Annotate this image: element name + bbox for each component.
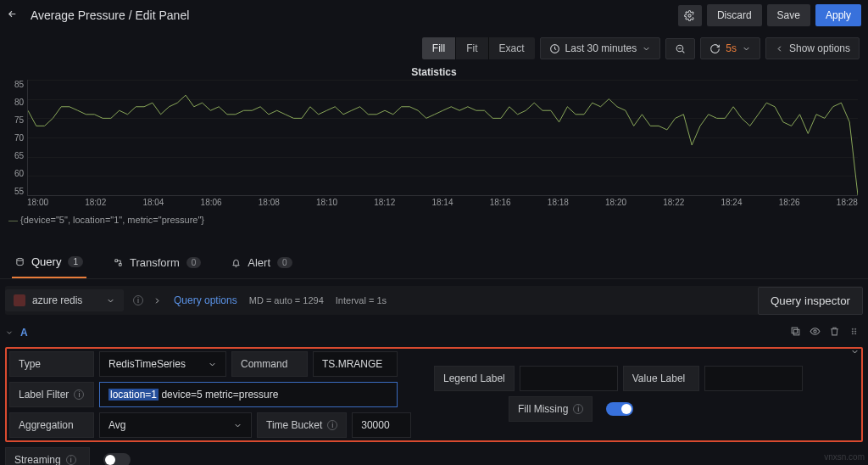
tab-alert-label: Alert bbox=[248, 256, 270, 269]
drag-handle-icon[interactable] bbox=[849, 326, 860, 339]
tab-query[interactable]: Query 1 bbox=[12, 249, 86, 278]
chart[interactable]: 85 80 75 70 65 60 55 18:00 18:02 18:04 1… bbox=[8, 80, 860, 211]
fill-missing-toggle[interactable] bbox=[606, 402, 633, 416]
query-options-link[interactable]: Query options bbox=[174, 294, 237, 306]
chevron-down-icon bbox=[208, 360, 217, 369]
svg-point-11 bbox=[852, 333, 853, 334]
info-icon: i bbox=[573, 404, 583, 414]
zoom-out-icon bbox=[675, 43, 686, 54]
duplicate-query-button[interactable] bbox=[790, 326, 801, 339]
tab-transform-count: 0 bbox=[186, 257, 202, 268]
query-ref-id[interactable]: A bbox=[20, 327, 28, 339]
back-arrow-icon[interactable] bbox=[7, 8, 20, 22]
toggle-visibility-button[interactable] bbox=[810, 326, 821, 339]
chevron-down-icon[interactable] bbox=[5, 328, 14, 337]
refresh-interval: 5s bbox=[726, 42, 737, 54]
display-mode-fill[interactable]: Fill bbox=[422, 37, 456, 59]
info-icon: i bbox=[74, 389, 84, 400]
chevron-right-icon[interactable] bbox=[153, 296, 162, 305]
chevron-left-icon bbox=[775, 44, 784, 53]
chevron-down-icon[interactable] bbox=[850, 347, 860, 356]
display-mode-group: Fill Fit Exact bbox=[422, 37, 535, 59]
time-range-picker[interactable]: Last 30 minutes bbox=[540, 37, 661, 59]
bell-icon bbox=[231, 258, 241, 267]
refresh-icon bbox=[709, 43, 721, 54]
tab-query-label: Query bbox=[31, 255, 61, 268]
legend-label: {device="5", location="1", metric="press… bbox=[20, 215, 204, 225]
clock-icon bbox=[549, 43, 560, 54]
legend-label-input[interactable] bbox=[520, 366, 618, 391]
chevron-down-icon bbox=[106, 296, 115, 305]
y-axis: 85 80 75 70 65 60 55 bbox=[8, 80, 24, 196]
remove-query-button[interactable] bbox=[829, 326, 840, 339]
query-options-md: MD = auto = 1294 bbox=[249, 295, 324, 305]
streaming-toggle[interactable] bbox=[103, 453, 131, 465]
query-options-interval: Interval = 1s bbox=[336, 295, 387, 305]
svg-point-8 bbox=[854, 328, 855, 329]
zoom-out-button[interactable] bbox=[665, 38, 695, 59]
show-options-button[interactable]: Show options bbox=[765, 37, 860, 59]
value-label-input[interactable] bbox=[704, 366, 803, 391]
svg-rect-4 bbox=[793, 329, 799, 335]
fill-missing-label: Fill Missing i bbox=[509, 396, 593, 422]
type-select[interactable]: RedisTimeSeries bbox=[99, 351, 226, 377]
svg-point-12 bbox=[854, 333, 855, 334]
datasource-name: azure redis bbox=[32, 294, 82, 306]
command-label: Command bbox=[231, 351, 308, 377]
value-label-label: Value Label bbox=[623, 366, 699, 391]
plot-area bbox=[27, 80, 858, 196]
info-icon: i bbox=[133, 295, 143, 305]
svg-rect-5 bbox=[792, 328, 798, 333]
x-axis: 18:00 18:02 18:04 18:06 18:08 18:10 18:1… bbox=[27, 198, 858, 211]
chevron-down-icon bbox=[642, 44, 651, 53]
svg-point-3 bbox=[17, 258, 23, 261]
tab-transform[interactable]: Transform 0 bbox=[110, 249, 204, 277]
discard-button[interactable]: Discard bbox=[707, 4, 762, 26]
panel-settings-button[interactable] bbox=[678, 5, 702, 26]
transform-icon bbox=[114, 258, 123, 267]
legend-swatch: — bbox=[8, 215, 18, 225]
database-icon bbox=[15, 257, 25, 266]
datasource-picker[interactable]: azure redis bbox=[5, 289, 124, 311]
datasource-badge-icon bbox=[14, 294, 25, 306]
display-mode-fit[interactable]: Fit bbox=[456, 37, 488, 59]
watermark: vnxsn.com bbox=[824, 452, 865, 462]
svg-point-10 bbox=[854, 331, 855, 332]
gear-icon bbox=[684, 10, 695, 21]
command-select[interactable]: TS.MRANGE bbox=[313, 351, 398, 377]
chevron-down-icon bbox=[233, 421, 242, 430]
time-bucket-input[interactable] bbox=[352, 412, 411, 438]
time-range-label: Last 30 minutes bbox=[565, 42, 637, 54]
tab-query-count: 1 bbox=[68, 256, 83, 267]
time-bucket-label: Time Bucket i bbox=[257, 412, 347, 438]
chevron-down-icon bbox=[742, 44, 751, 53]
streaming-label: Streaming i bbox=[5, 447, 90, 465]
chart-legend: — {device="5", location="1", metric="pre… bbox=[0, 211, 868, 232]
label-filter-label: Label Filter i bbox=[9, 382, 94, 407]
datasource-help-button[interactable]: i bbox=[124, 295, 153, 305]
type-label: Type bbox=[9, 351, 94, 377]
svg-point-0 bbox=[688, 14, 691, 16]
info-icon: i bbox=[327, 420, 337, 430]
display-mode-exact[interactable]: Exact bbox=[489, 37, 535, 59]
info-icon: i bbox=[66, 455, 76, 465]
svg-point-6 bbox=[814, 330, 816, 333]
show-options-label: Show options bbox=[789, 42, 850, 54]
svg-point-7 bbox=[852, 328, 853, 329]
tab-alert[interactable]: Alert 0 bbox=[228, 249, 295, 277]
tab-alert-count: 0 bbox=[277, 257, 292, 268]
aggregation-label: Aggregation bbox=[9, 412, 94, 438]
chart-title: Statistics bbox=[8, 63, 860, 80]
label-filter-input[interactable]: location=1 device=5 metric=pressure bbox=[99, 382, 398, 407]
apply-button[interactable]: Apply bbox=[815, 4, 861, 26]
save-button[interactable]: Save bbox=[767, 4, 810, 26]
query-inspector-button[interactable]: Query inspector bbox=[758, 287, 863, 315]
page-title: Average Pressure / Edit Panel bbox=[31, 8, 673, 22]
aggregation-select[interactable]: Avg bbox=[99, 412, 252, 438]
refresh-button[interactable]: 5s bbox=[700, 37, 760, 59]
legend-label-label: Legend Label bbox=[434, 366, 515, 391]
svg-point-9 bbox=[852, 331, 853, 332]
tab-transform-label: Transform bbox=[130, 256, 180, 269]
